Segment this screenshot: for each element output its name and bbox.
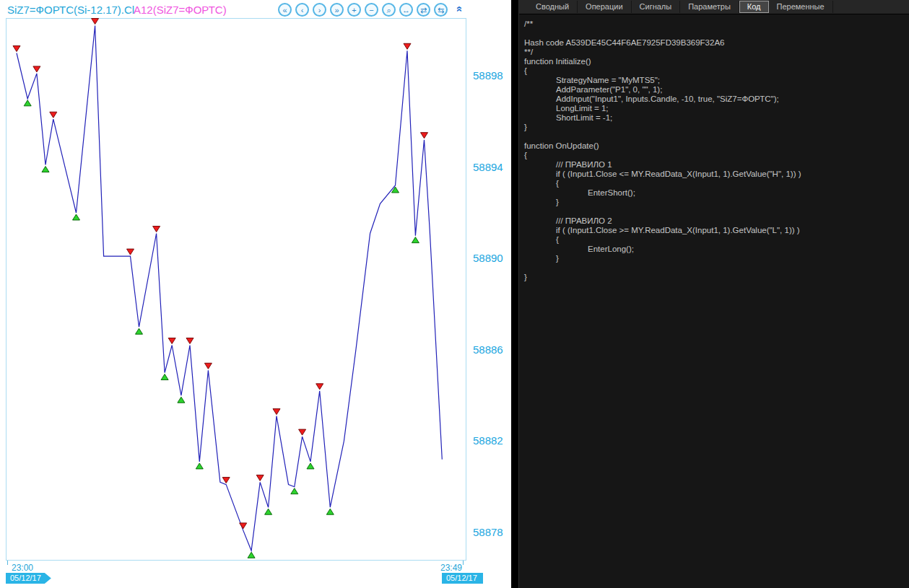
x-axis-tick-end [463, 561, 464, 565]
y-axis-label: 58886 [473, 343, 503, 356]
y-axis-label: 58894 [473, 161, 503, 173]
y-axis-label: 58882 [473, 434, 503, 447]
chart-title-secondary: A12(SiZ7=ФОРТС) [134, 4, 227, 16]
chart-toolbar: «‹›»+−⌕↔⇄⇆ [278, 3, 448, 17]
nav-prev-button[interactable]: ‹ [295, 3, 309, 17]
y-axis-label: 58890 [473, 252, 503, 264]
tab-signals[interactable]: Сигналы [632, 1, 681, 13]
x-axis-tick-start [7, 561, 8, 565]
code-panel: СводныйОперацииСигналыПараметрыКодПереме… [518, 0, 909, 588]
tab-variables[interactable]: Переменные [769, 1, 833, 13]
shift-left-button[interactable]: ⇄ [417, 3, 430, 17]
price-chart[interactable]: 588985889458890588865888258878 [6, 18, 505, 561]
chart-panel: SiZ7=ФОРТС(Si-12.17).Cl A12(SiZ7=ФОРТС) … [0, 0, 511, 588]
plot-frame [6, 19, 466, 561]
zoom-window-button[interactable]: ⌕ [382, 3, 396, 17]
date-badge-end: 05/12/17 [442, 573, 483, 584]
code-editor[interactable]: /** Hash code A539DE45C44F6AE7925FD39B36… [519, 14, 909, 588]
tab-parameters[interactable]: Параметры [680, 1, 739, 13]
date-badge-start: 05/12/17 [6, 573, 51, 584]
tab-summary[interactable]: Сводный [528, 1, 578, 13]
nav-first-button[interactable]: « [278, 3, 292, 17]
nav-next-button[interactable]: › [313, 3, 326, 17]
y-axis-label: 58898 [473, 69, 503, 82]
time-end-label: 23:49 [440, 563, 462, 573]
fit-horizontal-button[interactable]: ↔ [399, 3, 413, 17]
shift-right-button[interactable]: ⇆ [434, 3, 448, 17]
tab-code[interactable]: Код [739, 1, 769, 13]
zoom-in-button[interactable]: + [347, 3, 361, 17]
y-axis-label: 58878 [473, 526, 503, 538]
nav-last-button[interactable]: » [330, 3, 344, 17]
time-start-label: 23:00 [12, 563, 33, 573]
app-window: SiZ7=ФОРТС(Si-12.17).Cl A12(SiZ7=ФОРТС) … [0, 0, 909, 588]
collapse-panel-icon[interactable]: « [454, 6, 466, 12]
panel-divider[interactable] [511, 0, 518, 588]
zoom-out-button[interactable]: − [365, 3, 378, 17]
tab-operations[interactable]: Операции [578, 1, 631, 13]
tab-bar: СводныйОперацииСигналыПараметрыКодПереме… [519, 0, 909, 14]
chart-title-primary: SiZ7=ФОРТС(Si-12.17).Cl [7, 4, 134, 16]
